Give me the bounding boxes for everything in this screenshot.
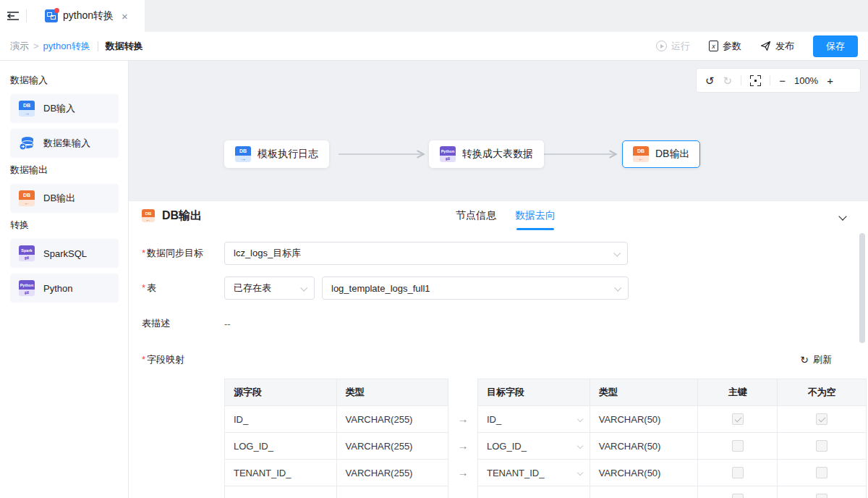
section-transform-label: 转换 bbox=[10, 219, 118, 232]
spark-icon: Spark⇄ bbox=[19, 245, 35, 261]
refresh-button[interactable]: ↻ 刷新 bbox=[800, 353, 832, 366]
mapping-arrow: → bbox=[448, 413, 477, 425]
publish-label: 发布 bbox=[775, 40, 794, 53]
table-row: LOG_ID_ VARCHAR(50) bbox=[478, 433, 867, 460]
save-button[interactable]: 保存 bbox=[813, 35, 858, 57]
target-field-select[interactable]: TENANT_ID_ bbox=[478, 460, 590, 486]
dataset-input-icon bbox=[19, 135, 35, 151]
table-header-row: 源字段 类型 bbox=[225, 379, 448, 406]
table-row: TENANT_ID_ VARCHAR(255) bbox=[225, 460, 448, 486]
source-type-cell bbox=[337, 486, 449, 498]
source-fields-table: 源字段 类型 ID_ VARCHAR(255) LOG_ID_ VARCHAR(… bbox=[224, 379, 448, 498]
chevron-down-icon bbox=[576, 470, 582, 476]
collapse-sidebar-icon[interactable] bbox=[0, 0, 26, 32]
tab-data-destination[interactable]: 数据去向 bbox=[515, 201, 556, 230]
divider bbox=[741, 75, 741, 85]
page-title: 数据转换 bbox=[106, 40, 143, 53]
target-field-select[interactable]: LOG_ID_ bbox=[478, 433, 590, 460]
tab-python-conversion[interactable]: python转换 × bbox=[35, 0, 145, 32]
source-field-cell: LOG_ID_ bbox=[225, 433, 337, 460]
source-type-cell: VARCHAR(255) bbox=[337, 406, 449, 433]
primary-key-checkbox[interactable] bbox=[732, 467, 744, 478]
sync-target-label: 数据同步目标 bbox=[142, 247, 224, 260]
palette-item-sparksql[interactable]: Spark⇄ SparkSQL bbox=[10, 239, 119, 268]
db-output-icon: DB← bbox=[633, 146, 649, 162]
panel-header: DB ← DB输出 节点信息 数据去向 bbox=[129, 201, 868, 230]
tab-strip: python转换 × bbox=[0, 0, 868, 32]
target-type-cell: VARCHAR(50) bbox=[590, 433, 699, 460]
publish-button[interactable]: 发布 bbox=[760, 40, 794, 53]
palette-item-db-input[interactable]: DB→ DB输入 bbox=[10, 94, 119, 123]
source-field-cell bbox=[225, 486, 337, 498]
primary-key-checkbox[interactable] bbox=[732, 494, 744, 498]
target-fields-table: 目标字段 类型 主键 不为空 ID_ VARCHAR(50) LOG_ID_ V… bbox=[477, 379, 867, 498]
panel-title: DB输出 bbox=[162, 208, 202, 224]
node-template-exec-log[interactable]: DB→ 模板执行日志 bbox=[224, 140, 329, 168]
node-python-transform[interactable]: Python⇄ 转换成大表数据 bbox=[429, 140, 544, 168]
panel-scrollbar[interactable] bbox=[859, 233, 865, 343]
node-db-output[interactable]: DB← DB输出 bbox=[622, 140, 700, 168]
table-header-row: 目标字段 类型 主键 不为空 bbox=[478, 379, 867, 406]
source-type-cell: VARCHAR(255) bbox=[337, 460, 449, 486]
source-field-cell: ID_ bbox=[225, 406, 337, 433]
refresh-icon: ↻ bbox=[800, 355, 809, 365]
table-mode-value: 已存在表 bbox=[234, 282, 271, 295]
target-field-select[interactable]: ID_ bbox=[478, 406, 590, 433]
canvas-zoom-toolbar: ↺ ↻ − 100% + bbox=[696, 68, 861, 93]
palette-item-python[interactable]: Python⇄ Python bbox=[10, 274, 119, 303]
table-name-select[interactable]: log_template_logs_full1 bbox=[322, 277, 629, 300]
sync-target-select[interactable]: lcz_logs_目标库 bbox=[224, 242, 628, 265]
col-primary-key: 主键 bbox=[698, 379, 778, 406]
source-field-cell: TENANT_ID_ bbox=[225, 460, 337, 486]
target-field-select[interactable] bbox=[478, 486, 590, 498]
form-row-sync-target: 数据同步目标 lcz_logs_目标库 bbox=[142, 242, 628, 265]
run-button: 运行 bbox=[656, 40, 690, 53]
breadcrumb-root[interactable]: 演示 bbox=[10, 40, 29, 53]
form-row-field-mapping: 字段映射 ↻ 刷新 bbox=[142, 353, 855, 366]
chevron-down-icon bbox=[576, 443, 582, 449]
flow-canvas[interactable]: DB→ 模板执行日志 Python⇄ 转换成大表数据 DB← DB输出 ↺ ↻ … bbox=[129, 61, 868, 201]
not-null-checkbox bbox=[816, 413, 827, 425]
unsaved-dot bbox=[54, 8, 59, 13]
section-data-output-label: 数据输出 bbox=[10, 164, 118, 177]
not-null-checkbox[interactable] bbox=[816, 440, 827, 452]
close-icon[interactable]: × bbox=[122, 11, 128, 22]
mapping-arrow: → bbox=[448, 466, 477, 478]
tab-label: python转换 bbox=[63, 9, 114, 22]
fit-view-icon[interactable] bbox=[750, 75, 761, 86]
palette-item-db-output[interactable]: DB← DB输出 bbox=[10, 184, 119, 213]
db-input-icon: DB→ bbox=[19, 101, 35, 117]
chevron-down-icon[interactable] bbox=[840, 211, 848, 219]
toolbar-actions: 运行 x 参数 发布 保存 bbox=[656, 35, 858, 57]
flow-diagram-icon bbox=[45, 9, 58, 22]
breadcrumb-separator: > bbox=[33, 41, 39, 51]
col-source-field: 源字段 bbox=[225, 379, 337, 406]
col-not-null: 不为空 bbox=[778, 379, 867, 406]
redo-icon: ↻ bbox=[723, 75, 733, 86]
sync-target-value: lcz_logs_目标库 bbox=[234, 247, 301, 260]
run-label: 运行 bbox=[671, 40, 690, 53]
not-null-checkbox[interactable] bbox=[816, 494, 827, 498]
zoom-out-icon[interactable]: − bbox=[779, 75, 786, 86]
params-button[interactable]: x 参数 bbox=[709, 40, 741, 53]
params-doc-icon: x bbox=[709, 41, 718, 51]
table-row: LOG_ID_ VARCHAR(255) bbox=[225, 433, 448, 460]
form-row-table-desc: 表描述 -- bbox=[142, 317, 231, 330]
table-mode-select[interactable]: 已存在表 bbox=[224, 277, 315, 300]
refresh-label: 刷新 bbox=[813, 353, 832, 366]
mapping-arrow: → bbox=[448, 439, 477, 452]
primary-key-checkbox[interactable] bbox=[732, 440, 744, 452]
chevron-down-icon bbox=[576, 416, 582, 422]
divider bbox=[770, 75, 770, 85]
play-circle-icon bbox=[656, 41, 667, 51]
breadcrumb-current[interactable]: python转换 bbox=[43, 40, 90, 53]
primary-key-checkbox bbox=[732, 413, 744, 425]
palette-item-dataset-input[interactable]: 数据集输入 bbox=[10, 129, 119, 158]
field-mapping-label: 字段映射 bbox=[142, 353, 224, 366]
chevron-down-icon bbox=[300, 284, 307, 292]
zoom-in-icon[interactable]: + bbox=[827, 75, 833, 86]
tab-node-info[interactable]: 节点信息 bbox=[456, 201, 496, 230]
undo-icon[interactable]: ↺ bbox=[705, 75, 715, 86]
python-icon: Python⇄ bbox=[440, 146, 456, 162]
not-null-checkbox[interactable] bbox=[816, 467, 827, 478]
